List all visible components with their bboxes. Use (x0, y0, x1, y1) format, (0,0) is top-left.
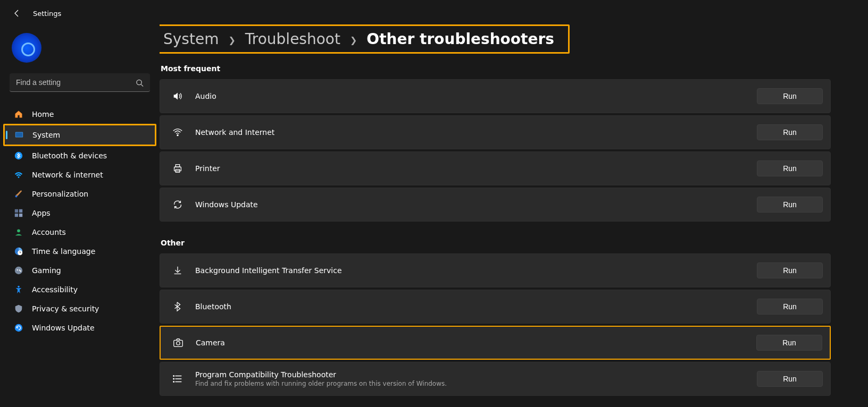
wifi-signal-icon (172, 126, 183, 138)
troubleshooter-network: Network and Internet Run (160, 115, 831, 149)
sidebar-item-windows-update[interactable]: Windows Update (4, 318, 155, 337)
svg-point-22 (173, 376, 174, 377)
svg-point-14 (18, 286, 20, 288)
list-icon (172, 373, 183, 385)
chevron-right-icon: ❯ (228, 35, 235, 45)
system-icon (14, 130, 24, 140)
svg-point-23 (173, 378, 174, 379)
run-button[interactable]: Run (757, 197, 823, 213)
sidebar-item-accessibility[interactable]: Accessibility (4, 280, 155, 299)
highlight-system: System (3, 124, 156, 146)
app-title: Settings (33, 10, 61, 18)
person-icon (14, 227, 23, 237)
card-title: Printer (195, 164, 757, 173)
gaming-icon (14, 266, 23, 275)
svg-point-10 (17, 229, 20, 232)
section-label-other: Other (161, 239, 831, 247)
svg-point-24 (173, 381, 174, 383)
svg-point-13 (15, 267, 22, 274)
svg-point-5 (15, 196, 18, 198)
troubleshooter-bluetooth: Bluetooth Run (160, 290, 831, 324)
svg-rect-17 (174, 167, 181, 171)
sidebar-item-privacy[interactable]: Privacy & security (4, 299, 155, 318)
main-content: System ❯ Troubleshoot ❯ Other troublesho… (160, 24, 868, 407)
svg-point-16 (177, 134, 178, 135)
sidebar-item-personalization[interactable]: Personalization (4, 184, 155, 204)
avatar[interactable] (12, 33, 41, 63)
clock-globe-icon (14, 247, 23, 256)
sidebar-item-label: Personalization (32, 190, 88, 198)
sidebar-item-label: System (32, 131, 60, 139)
sidebar-item-label: Home (32, 110, 54, 118)
card-title: Background Intelligent Transfer Service (195, 266, 757, 275)
svg-rect-9 (19, 214, 22, 217)
search-wrap (10, 73, 150, 92)
sidebar-item-network[interactable]: Network & internet (4, 165, 155, 184)
breadcrumb-system[interactable]: System (163, 30, 219, 48)
sidebar-item-label: Time & language (32, 247, 95, 256)
sidebar-item-bluetooth[interactable]: Bluetooth & devices (4, 146, 155, 165)
troubleshooter-audio: Audio Run (160, 79, 831, 113)
svg-rect-7 (19, 209, 22, 213)
svg-point-4 (18, 176, 20, 178)
card-title: Camera (196, 338, 756, 347)
nav-list: Home System Bluetooth & devices (4, 105, 155, 337)
breadcrumb-troubleshoot[interactable]: Troubleshoot (245, 30, 340, 48)
sidebar-item-label: Windows Update (32, 324, 95, 332)
svg-rect-18 (176, 165, 179, 167)
svg-rect-6 (15, 209, 18, 213)
accessibility-icon (14, 285, 23, 294)
run-button[interactable]: Run (756, 335, 822, 351)
card-title: Windows Update (195, 200, 757, 209)
sidebar-item-home[interactable]: Home (4, 105, 155, 124)
run-button[interactable]: Run (757, 160, 823, 176)
card-title: Audio (195, 92, 757, 100)
svg-point-21 (177, 342, 180, 345)
card-subtitle: Find and fix problems with running older… (195, 380, 757, 387)
sidebar: Home System Bluetooth & devices (0, 24, 160, 407)
breadcrumb-highlight: System ❯ Troubleshoot ❯ Other troublesho… (160, 24, 570, 54)
troubleshooter-printer: Printer Run (160, 151, 831, 185)
sidebar-item-label: Accounts (32, 228, 66, 236)
run-button[interactable]: Run (757, 88, 823, 104)
camera-icon (172, 337, 184, 349)
wifi-icon (14, 170, 23, 180)
troubleshooter-windows-update: Windows Update Run (160, 188, 831, 222)
apps-icon (14, 208, 23, 218)
chevron-right-icon: ❯ (350, 35, 357, 45)
card-title: Program Compatibility Troubleshooter (195, 370, 757, 379)
sidebar-item-label: Bluetooth & devices (32, 151, 107, 160)
search-input[interactable] (10, 73, 150, 92)
run-button[interactable]: Run (757, 262, 823, 278)
most-frequent-list: Audio Run Network and Internet Run Print… (160, 79, 831, 222)
printer-icon (172, 163, 183, 174)
troubleshooter-program-compat: Program Compatibility Troubleshooter Fin… (160, 362, 831, 396)
run-button[interactable]: Run (757, 124, 823, 140)
breadcrumb-current: Other troubleshooters (366, 30, 554, 48)
titlebar: Settings (0, 0, 868, 24)
shield-icon (14, 304, 23, 313)
brush-icon (14, 189, 23, 199)
download-icon (172, 265, 183, 276)
sidebar-item-accounts[interactable]: Accounts (4, 223, 155, 242)
sidebar-item-time-language[interactable]: Time & language (4, 242, 155, 261)
bluetooth-icon (14, 151, 23, 160)
svg-rect-2 (16, 133, 23, 137)
sidebar-item-system[interactable]: System (5, 125, 155, 145)
bluetooth-outline-icon (172, 301, 183, 312)
svg-rect-8 (15, 214, 18, 217)
sidebar-item-label: Privacy & security (32, 304, 99, 313)
back-button[interactable] (12, 8, 22, 19)
run-button[interactable]: Run (757, 371, 823, 387)
sidebar-item-gaming[interactable]: Gaming (4, 261, 155, 280)
sidebar-item-apps[interactable]: Apps (4, 204, 155, 223)
troubleshooter-camera: Camera Run (160, 326, 831, 360)
sync-icon (172, 199, 183, 210)
card-title: Network and Internet (195, 128, 757, 137)
sidebar-item-label: Accessibility (32, 285, 78, 294)
run-button[interactable]: Run (757, 299, 823, 315)
speaker-icon (172, 90, 183, 102)
sidebar-item-label: Apps (32, 209, 51, 217)
update-icon (14, 323, 23, 333)
svg-point-15 (15, 324, 22, 332)
